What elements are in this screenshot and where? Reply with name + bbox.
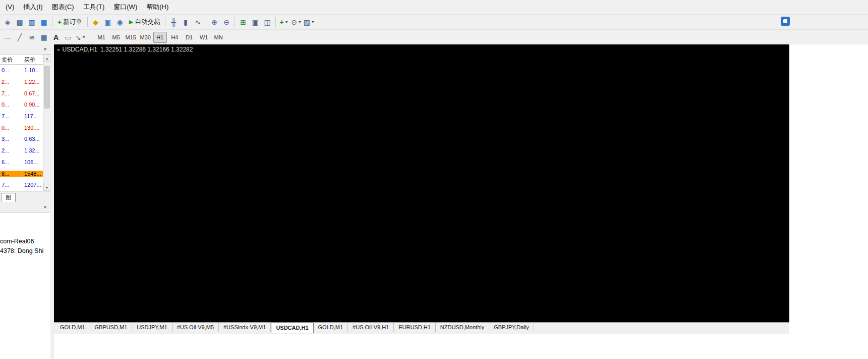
fibonacci-tool-icon[interactable]: ≋ <box>26 31 38 43</box>
bid-value: 7... <box>0 113 22 119</box>
menu-item[interactable]: 插入(I) <box>19 0 47 14</box>
ask-value: 1548... <box>22 171 43 177</box>
timeframe-m5[interactable]: M5 <box>109 32 123 43</box>
chart-tab[interactable]: #US Oil-V9,H1 <box>348 323 394 332</box>
chart-tab[interactable]: USDJPY,M1 <box>132 323 172 332</box>
autotrading-button[interactable]: ▶ 自动交易 <box>126 16 163 28</box>
menu-item[interactable]: (V) <box>1 0 19 14</box>
close-icon[interactable]: × <box>41 203 49 211</box>
strategy-tester-icon[interactable]: ▣ <box>102 16 114 28</box>
label-tool-icon[interactable]: ▭ <box>62 31 74 43</box>
new-order-button[interactable]: + 新订单 <box>54 16 85 28</box>
timeframe-m1[interactable]: M1 <box>95 32 108 43</box>
ask-value: 117... <box>22 113 43 119</box>
navigator-panel: × com-Real06 4378: Dong Shi <box>0 202 50 359</box>
timeframe-h4[interactable]: H4 <box>168 32 182 43</box>
menu-item[interactable]: 帮助(H) <box>142 0 173 14</box>
close-icon[interactable]: × <box>41 45 49 53</box>
bid-value: 7... <box>0 182 22 188</box>
new-order-label: 新订单 <box>63 18 82 26</box>
ask-value: 0.67... <box>22 90 43 96</box>
toolbar-separator <box>89 32 89 42</box>
chart-tab[interactable]: GBPUSD,M1 <box>90 323 133 332</box>
scrollbar-thumb[interactable] <box>44 66 50 109</box>
horizontal-line-tool-icon[interactable]: — <box>2 31 14 43</box>
main-area: × 卖价 买价 0...1.10...2...1.22...7...0.67..… <box>0 44 868 359</box>
bar-chart-type-icon[interactable]: ╫ <box>167 16 180 28</box>
menu-item[interactable]: 工具(T) <box>79 0 109 14</box>
menubar: (V)插入(I)图表(C)工具(T)窗口(W)帮助(H) <box>0 0 868 14</box>
timeframe-h1[interactable]: H1 <box>153 32 167 43</box>
chart-tab[interactable]: NZDUSD,Monthly <box>436 323 489 332</box>
timeframe-toolbar: M1M5M15M30H1H4D1W1MN <box>94 32 226 43</box>
profiles-icon[interactable]: ▥ <box>26 16 38 28</box>
chart-title: ◂ USDCAD,H1 1.32251 1.32286 1.32166 1.32… <box>57 46 193 53</box>
chart-symbol-period: USDCAD,H1 <box>63 46 97 53</box>
market-watch-titlebar: × <box>0 44 50 55</box>
cascade-windows-icon[interactable]: ▣ <box>249 16 261 28</box>
menu-item[interactable]: 图表(C) <box>47 0 79 14</box>
bid-value: 7... <box>0 90 22 96</box>
tab-charts-partial[interactable]: 图 <box>1 193 16 202</box>
community-icon[interactable] <box>781 17 790 26</box>
sound-icon[interactable]: ◉ <box>114 16 126 28</box>
market-watch-scrollbar[interactable]: ▲ ▼ <box>43 55 50 191</box>
chevron-down-icon: ▼ <box>285 20 288 24</box>
navigator-content: com-Real06 4378: Dong Shi <box>0 213 50 256</box>
panel-splitter[interactable] <box>50 44 54 359</box>
bid-value: 0... <box>0 67 22 73</box>
crosshair-chart-icon[interactable]: ◈ <box>2 16 14 28</box>
metaeditor-icon[interactable]: ◆ <box>90 16 102 28</box>
chart-tab[interactable]: GBPJPY,Daily <box>489 323 534 332</box>
line-chart-type-icon[interactable]: ∿ <box>192 16 204 28</box>
market-watch-panel: × 卖价 买价 0...1.10...2...1.22...7...0.67..… <box>0 44 50 202</box>
column-header-bid[interactable]: 卖价 <box>0 55 22 64</box>
price-chart-canvas[interactable] <box>54 44 789 322</box>
chart-tab[interactable]: #US Oil-V9,M5 <box>172 323 219 332</box>
navigator-titlebar: × <box>0 202 50 213</box>
zoom-in-icon[interactable]: ⊕ <box>208 16 220 28</box>
timeframe-mn[interactable]: MN <box>212 32 225 43</box>
chart-area[interactable]: ◂ USDCAD,H1 1.32251 1.32286 1.32166 1.32… <box>54 44 789 322</box>
candlestick-chart-type-icon[interactable]: ▮ <box>180 16 192 28</box>
menu-item[interactable]: 窗口(W) <box>109 0 142 14</box>
navigator-account-name[interactable]: 4378: Dong Shi <box>0 246 50 256</box>
arrange-windows-icon[interactable]: ◫ <box>261 16 273 28</box>
scroll-down-icon[interactable]: ▼ <box>43 184 50 191</box>
chart-tab[interactable]: EURUSD,H1 <box>394 323 436 332</box>
chart-tab[interactable]: GOLD,M1 <box>314 323 349 332</box>
scroll-up-icon[interactable]: ▲ <box>43 55 50 62</box>
channel-tool-icon[interactable]: ▦ <box>38 31 50 43</box>
zoom-out-icon[interactable]: ⊖ <box>220 16 233 28</box>
arrows-tool-button[interactable]: ↘▼ <box>74 31 87 43</box>
bid-value: 8... <box>0 171 22 177</box>
ask-value: 0.90... <box>22 101 43 108</box>
chevron-down-icon: ▼ <box>311 20 315 24</box>
autotrading-label: 自动交易 <box>135 18 160 26</box>
timeframe-m30[interactable]: M30 <box>139 32 152 43</box>
toolbar-line-studies: — ╱ ≋ ▦ A ▭ ↘▼ M1M5M15M30H1H4D1W1MN <box>0 29 868 44</box>
column-header-ask[interactable]: 买价 <box>22 55 43 64</box>
navigator-account-server[interactable]: com-Real06 <box>0 237 50 246</box>
chart-tab[interactable]: #USSindx-V9,M1 <box>219 323 271 332</box>
ask-value: 106... <box>22 159 43 165</box>
timeframe-d1[interactable]: D1 <box>183 32 196 43</box>
ask-value: 130.... <box>22 125 43 131</box>
chevron-down-icon: ▼ <box>82 35 86 39</box>
periods-button[interactable]: ⊙▼ <box>290 16 303 28</box>
timeframe-m15[interactable]: M15 <box>124 32 138 43</box>
text-tool-icon[interactable]: A <box>50 31 62 43</box>
bid-value: 3... <box>0 136 22 142</box>
chart-tab[interactable]: USDCAD,H1 <box>271 323 313 333</box>
tile-windows-icon[interactable]: ⊞ <box>237 16 249 28</box>
templates-button[interactable]: ▨▼ <box>303 16 316 28</box>
chart-ohlc-quotes: 1.32251 1.32286 1.32166 1.32282 <box>100 46 193 53</box>
indicators-button[interactable]: +▼ <box>278 16 290 28</box>
new-chart-icon[interactable]: ▤ <box>14 16 26 28</box>
market-watch-toggle-icon[interactable]: ▦ <box>38 16 50 28</box>
trendline-tool-icon[interactable]: ╱ <box>14 31 26 43</box>
chart-tab[interactable]: GOLD,M1 <box>55 323 90 332</box>
chart-corner-marker-icon: ◂ <box>57 47 60 52</box>
ask-value: 1.10... <box>22 67 43 73</box>
timeframe-w1[interactable]: W1 <box>197 32 211 43</box>
